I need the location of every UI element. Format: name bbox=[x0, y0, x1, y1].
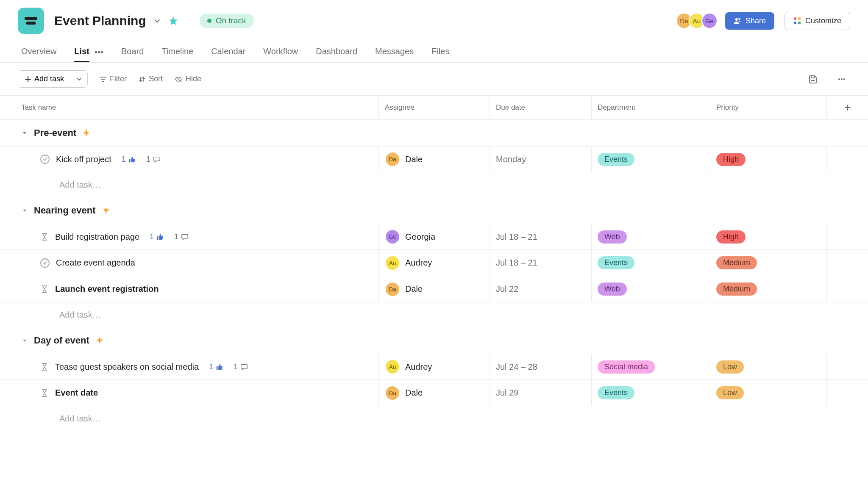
task-department-cell[interactable]: Web bbox=[591, 276, 710, 302]
task-due-cell[interactable]: Monday bbox=[490, 147, 591, 172]
task-main-cell[interactable]: Kick off project11 bbox=[0, 147, 378, 172]
tab-workflow[interactable]: Workflow bbox=[263, 42, 298, 62]
rule-icon[interactable] bbox=[82, 129, 91, 137]
task-due-cell[interactable]: Jul 24 – 28 bbox=[490, 354, 591, 379]
task-comments[interactable]: 1 bbox=[146, 155, 161, 164]
assignee-name: Georgia bbox=[405, 232, 435, 242]
add-task-inline[interactable]: Add task… bbox=[0, 172, 868, 197]
task-row[interactable]: Launch event registrationDaDaleJul 22Web… bbox=[0, 276, 868, 302]
section-collapse-icon[interactable] bbox=[21, 130, 28, 136]
section-collapse-icon[interactable] bbox=[21, 337, 28, 344]
task-assignee-cell[interactable]: DaDale bbox=[378, 276, 490, 302]
tab-messages[interactable]: Messages bbox=[375, 42, 414, 62]
task-extra-cell[interactable] bbox=[826, 224, 868, 249]
save-layout-button[interactable] bbox=[804, 71, 821, 88]
section-collapse-icon[interactable] bbox=[21, 207, 28, 214]
task-assignee-cell[interactable]: DaDale bbox=[378, 380, 490, 406]
task-row[interactable]: Tease guest speakers on social media11Au… bbox=[0, 354, 868, 380]
task-extra-cell[interactable] bbox=[826, 250, 868, 276]
task-likes[interactable]: 1 bbox=[122, 155, 136, 164]
svg-point-7 bbox=[841, 78, 843, 80]
task-department-cell[interactable]: Events bbox=[591, 147, 710, 172]
milestone-icon[interactable] bbox=[40, 232, 49, 241]
hide-button[interactable]: Hide bbox=[175, 75, 201, 83]
task-priority-cell[interactable]: Low bbox=[710, 354, 826, 379]
tab-overview[interactable]: Overview bbox=[21, 42, 56, 62]
task-department-cell[interactable]: Social media bbox=[591, 354, 710, 379]
rule-icon[interactable] bbox=[95, 336, 104, 345]
tab-files[interactable]: Files bbox=[431, 42, 449, 62]
task-due-cell[interactable]: Jul 18 – 21 bbox=[490, 250, 591, 276]
task-extra-cell[interactable] bbox=[826, 380, 868, 406]
rule-icon[interactable] bbox=[102, 206, 110, 215]
sort-button[interactable]: Sort bbox=[139, 75, 163, 83]
tab-calendar[interactable]: Calendar bbox=[211, 42, 245, 62]
add-task-button[interactable]: Add task bbox=[18, 71, 71, 87]
task-priority-cell[interactable]: Medium bbox=[710, 276, 826, 302]
task-row[interactable]: Create event agendaAuAudreyJul 18 – 21Ev… bbox=[0, 250, 868, 276]
task-main-cell[interactable]: Create event agenda bbox=[0, 250, 378, 276]
filter-button[interactable]: Filter bbox=[100, 75, 127, 83]
tab-dashboard[interactable]: Dashboard bbox=[316, 42, 357, 62]
task-priority-cell[interactable]: Low bbox=[710, 380, 826, 406]
task-comments[interactable]: 1 bbox=[174, 233, 189, 241]
task-priority-cell[interactable]: Medium bbox=[710, 250, 826, 276]
task-assignee-cell[interactable]: GeGeorgia bbox=[378, 224, 490, 249]
task-main-cell[interactable]: Event date bbox=[0, 380, 378, 406]
task-extra-cell[interactable] bbox=[826, 147, 868, 172]
column-task-name[interactable]: Task name bbox=[0, 96, 378, 119]
complete-toggle-icon[interactable] bbox=[40, 154, 50, 164]
task-assignee-cell[interactable]: DaDale bbox=[378, 147, 490, 172]
task-due-cell[interactable]: Jul 18 – 21 bbox=[490, 224, 591, 249]
milestone-icon[interactable] bbox=[40, 285, 49, 294]
milestone-icon[interactable] bbox=[40, 388, 49, 398]
milestone-icon[interactable] bbox=[40, 362, 49, 371]
task-department-cell[interactable]: Events bbox=[591, 380, 710, 406]
avatar: Au bbox=[385, 359, 400, 374]
task-priority-cell[interactable]: High bbox=[710, 147, 826, 172]
task-main-cell[interactable]: Build registration page11 bbox=[0, 224, 378, 249]
more-actions-button[interactable] bbox=[833, 71, 850, 88]
tab-list[interactable]: List bbox=[74, 42, 89, 62]
column-assignee[interactable]: Assignee bbox=[378, 96, 490, 119]
task-priority-cell[interactable]: High bbox=[710, 224, 826, 249]
column-priority[interactable]: Priority bbox=[710, 96, 826, 119]
project-dropdown-caret[interactable] bbox=[153, 17, 161, 25]
column-department[interactable]: Department bbox=[591, 96, 710, 119]
task-extra-cell[interactable] bbox=[826, 276, 868, 302]
task-main-cell[interactable]: Tease guest speakers on social media11 bbox=[0, 354, 378, 379]
add-column-button[interactable] bbox=[826, 96, 868, 119]
section-header[interactable]: Pre-event bbox=[0, 120, 868, 146]
section-header[interactable]: Nearing event bbox=[0, 197, 868, 224]
add-task-dropdown[interactable] bbox=[71, 71, 87, 87]
task-assignee-cell[interactable]: AuAudrey bbox=[378, 354, 490, 379]
customize-button[interactable]: Customize bbox=[785, 12, 850, 30]
task-assignee-cell[interactable]: AuAudrey bbox=[378, 250, 490, 276]
avatar: Ge bbox=[701, 13, 718, 29]
add-task-inline[interactable]: Add task… bbox=[0, 406, 868, 431]
add-task-inline[interactable]: Add task… bbox=[0, 302, 868, 327]
tab-list-more-icon[interactable]: ••• bbox=[95, 47, 103, 57]
task-due-cell[interactable]: Jul 29 bbox=[490, 380, 591, 406]
task-row[interactable]: Event dateDaDaleJul 29EventsLow bbox=[0, 380, 868, 406]
column-due-date[interactable]: Due date bbox=[490, 96, 591, 119]
complete-toggle-icon[interactable] bbox=[40, 258, 50, 268]
task-department-cell[interactable]: Events bbox=[591, 250, 710, 276]
tab-timeline[interactable]: Timeline bbox=[161, 42, 193, 62]
task-likes[interactable]: 1 bbox=[150, 233, 164, 241]
task-department-cell[interactable]: Web bbox=[591, 224, 710, 249]
task-extra-cell[interactable] bbox=[826, 354, 868, 379]
task-likes[interactable]: 1 bbox=[209, 363, 223, 371]
star-icon[interactable] bbox=[168, 16, 178, 26]
section-header[interactable]: Day of event bbox=[0, 327, 868, 354]
share-button[interactable]: Share bbox=[725, 12, 774, 30]
task-comments[interactable]: 1 bbox=[234, 363, 248, 371]
status-pill[interactable]: On track bbox=[200, 14, 254, 28]
task-row[interactable]: Build registration page11GeGeorgiaJul 18… bbox=[0, 224, 868, 250]
due-date-value: Jul 24 – 28 bbox=[496, 362, 537, 372]
task-main-cell[interactable]: Launch event registration bbox=[0, 276, 378, 302]
task-row[interactable]: Kick off project11DaDaleMondayEventsHigh bbox=[0, 146, 868, 172]
tab-board[interactable]: Board bbox=[121, 42, 144, 62]
project-members[interactable]: Da Au Ge bbox=[679, 13, 718, 29]
task-due-cell[interactable]: Jul 22 bbox=[490, 276, 591, 302]
